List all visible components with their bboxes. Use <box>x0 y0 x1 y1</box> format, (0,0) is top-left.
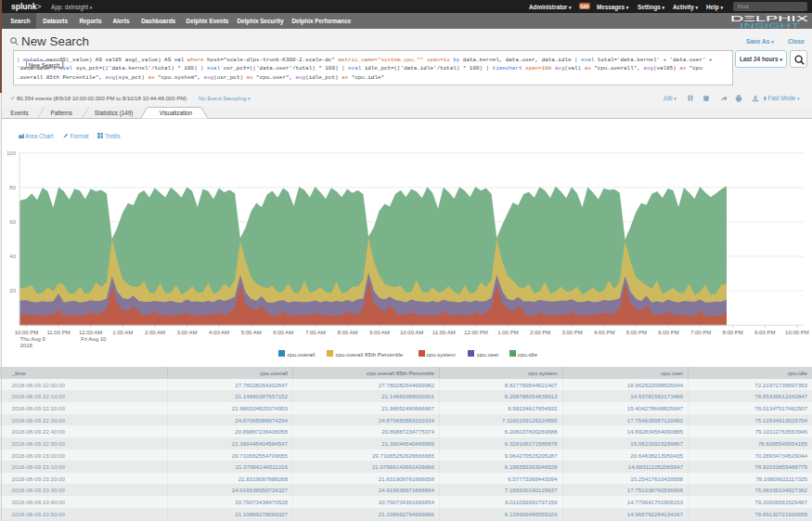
svg-text:Statistics (149): Statistics (149) <box>95 110 134 117</box>
svg-text:Fri Aug 10: Fri Aug 10 <box>81 336 107 342</box>
svg-text:60: 60 <box>9 219 16 225</box>
svg-text:5:00 PM: 5:00 PM <box>626 330 647 335</box>
svg-text:8:00 AM: 8:00 AM <box>337 330 357 335</box>
svg-text:4:00 PM: 4:00 PM <box>594 330 614 335</box>
svg-text:6:00 AM: 6:00 AM <box>273 330 293 335</box>
svg-text:6:00 PM: 6:00 PM <box>658 330 678 335</box>
svg-text:10:00 PM: 10:00 PM <box>785 330 809 335</box>
svg-text:7:00 AM: 7:00 AM <box>305 330 326 335</box>
svg-text:40: 40 <box>9 254 16 259</box>
svg-text:INSIGHT: INSIGHT <box>740 21 801 30</box>
svg-text:9:00 AM: 9:00 AM <box>369 330 390 335</box>
svg-text:3:00 PM: 3:00 PM <box>562 330 583 335</box>
svg-text:5:00 AM: 5:00 AM <box>241 330 262 335</box>
svg-text:20: 20 <box>9 288 16 293</box>
svg-text:Events: Events <box>10 110 28 116</box>
svg-text:2:00 PM: 2:00 PM <box>530 330 550 335</box>
svg-text:9:00 PM: 9:00 PM <box>754 330 775 335</box>
svg-text:80: 80 <box>9 185 16 190</box>
svg-text:11:00 PM: 11:00 PM <box>46 330 70 335</box>
svg-text:12:00 PM: 12:00 PM <box>464 330 488 335</box>
svg-text:2018: 2018 <box>20 343 33 348</box>
svg-text:Patterns: Patterns <box>51 110 72 116</box>
svg-text:7:00 PM: 7:00 PM <box>690 330 711 335</box>
svg-text:Visualization: Visualization <box>160 110 193 116</box>
svg-text:100: 100 <box>6 150 17 156</box>
svg-text:3:00 AM: 3:00 AM <box>176 330 197 335</box>
svg-text:10:00 PM: 10:00 PM <box>15 330 39 335</box>
svg-text:12:00 AM: 12:00 AM <box>79 330 102 335</box>
svg-text:1:00 AM: 1:00 AM <box>112 330 133 335</box>
svg-text:11:00 AM: 11:00 AM <box>432 330 456 335</box>
svg-text:4:00 AM: 4:00 AM <box>209 330 229 335</box>
svg-text:10:00 AM: 10:00 AM <box>400 330 423 335</box>
svg-text:2:00 AM: 2:00 AM <box>145 330 165 335</box>
svg-text:Thu Aug 9: Thu Aug 9 <box>20 336 46 342</box>
svg-text:8:00 PM: 8:00 PM <box>723 330 743 335</box>
svg-text:1:00 PM: 1:00 PM <box>497 330 518 335</box>
